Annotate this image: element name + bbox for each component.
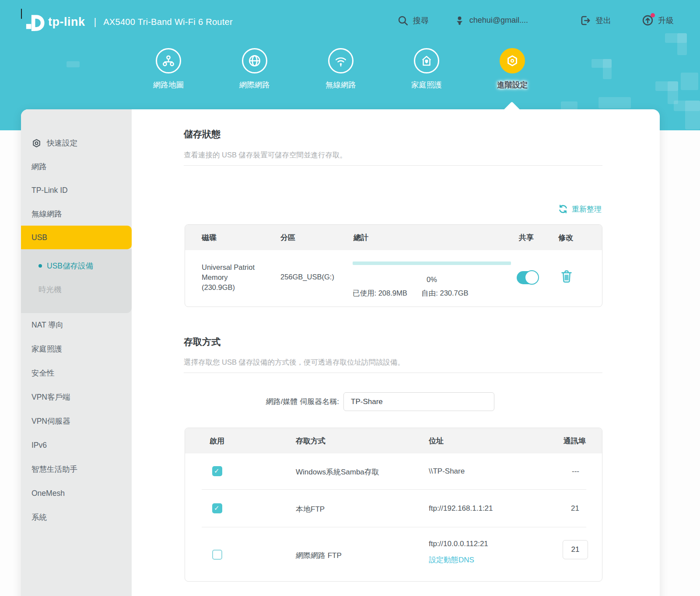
wifi-icon: [334, 54, 348, 68]
sidebar-item-label: 智慧生活助手: [32, 464, 77, 474]
sidebar-item-smart-life[interactable]: 智慧生活助手: [21, 457, 132, 481]
usage-detail: 已使用: 208.9MB 自由: 230.7GB: [353, 289, 536, 298]
notification-badge: [651, 13, 655, 17]
account-button[interactable]: chehui@gmail....: [454, 15, 528, 26]
toggle-knob: [525, 270, 539, 285]
upgrade-label: 升級: [658, 15, 674, 26]
sidebar-item-network[interactable]: 網路: [21, 155, 132, 178]
col-disk: 磁碟: [202, 225, 217, 250]
search-button[interactable]: 搜尋: [397, 15, 429, 26]
divider: [184, 165, 602, 166]
trash-icon: [560, 269, 573, 283]
nav-wireless[interactable]: 無線網路: [306, 48, 376, 90]
nav-label: 無線網路: [306, 80, 376, 90]
disk-name: Universal Patriot Memory (230.9GB): [202, 262, 261, 293]
refresh-button[interactable]: 重新整理: [558, 204, 602, 214]
title-separator: |: [94, 16, 97, 28]
sidebar-item-vpn-server[interactable]: VPN伺服器: [21, 409, 132, 433]
col-modify: 修改: [558, 225, 573, 250]
content-card: 快速設定 網路 TP-Link ID 無線網路 USB USB儲存設備 時光機 …: [21, 109, 660, 596]
network-map-icon: [162, 54, 175, 67]
usb-submenu: USB儲存設備 時光機: [21, 249, 132, 313]
method-name: Windows系統Samba存取: [296, 467, 379, 477]
sidebar-item-system[interactable]: 系統: [21, 505, 132, 529]
sidebar-item-label: 網路: [32, 161, 47, 172]
col-share: 共享: [519, 225, 534, 250]
gear-icon: [506, 54, 519, 67]
dynamic-dns-link[interactable]: 設定動態DNS: [429, 555, 474, 565]
col-partition: 分區: [280, 225, 295, 250]
port-value: 21: [571, 504, 579, 513]
delete-button[interactable]: [560, 269, 574, 284]
nav-advanced[interactable]: 進階設定: [477, 48, 547, 90]
sidebar-item-label: 家庭照護: [32, 344, 62, 354]
logout-icon: [580, 15, 591, 26]
sidebar-item-security[interactable]: 安全性: [21, 361, 132, 385]
sidebar-item-wireless[interactable]: 無線網路: [21, 202, 132, 226]
nav-internet[interactable]: 網際網路: [220, 48, 290, 90]
submenu-item-time-machine[interactable]: 時光機: [21, 278, 132, 301]
method-name: 本地FTP: [296, 504, 325, 514]
col-address: 位址: [429, 428, 444, 453]
logout-label: 登出: [595, 15, 611, 26]
sidebar-item-onemesh[interactable]: OneMesh: [21, 481, 132, 505]
access-table-header: 啟用 存取方式 位址 通訊埠: [185, 428, 602, 453]
internet-ftp-checkbox[interactable]: [212, 550, 222, 560]
sidebar-item-usb[interactable]: USB: [21, 226, 132, 249]
sidebar-item-nat[interactable]: NAT 導向: [21, 313, 132, 337]
submenu-item-usb-storage[interactable]: USB儲存設備: [21, 254, 132, 278]
account-email: chehui@gmail....: [469, 16, 528, 25]
internet-ftp-port-input[interactable]: [563, 540, 588, 559]
sidebar-item-label: NAT 導向: [32, 320, 63, 330]
access-table: 啟用 存取方式 位址 通訊埠 Windows系統Samba存取 \\TP-Sha…: [185, 428, 602, 582]
sidebar: 快速設定 網路 TP-Link ID 無線網路 USB USB儲存設備 時光機 …: [21, 109, 132, 596]
divider: [184, 373, 602, 373]
local-ftp-checkbox[interactable]: [212, 503, 222, 513]
access-row-samba: Windows系統Samba存取 \\TP-Share ---: [185, 453, 603, 489]
access-row-internet-ftp: 網際網路 FTP ftp://10.0.0.112:21 設定動態DNS: [185, 527, 603, 582]
method-name: 網際網路 FTP: [296, 551, 342, 561]
col-total: 總計: [354, 225, 368, 250]
samba-checkbox[interactable]: [212, 466, 222, 476]
internet-icon: [248, 54, 262, 68]
sidebar-item-parental[interactable]: 家庭照護: [21, 337, 132, 361]
free-label: 自由: 230.7GB: [421, 289, 468, 297]
active-bullet: [38, 264, 42, 268]
sidebar-item-label: VPN客戶端: [32, 392, 70, 402]
main-navigation: 網路地圖 網際網路 無線網路: [0, 47, 700, 95]
home-shield-icon: [420, 54, 433, 67]
upgrade-button[interactable]: 升級: [642, 14, 674, 26]
storage-table-header: 磁碟 分區 總計 共享 修改: [185, 225, 602, 250]
sidebar-item-ipv6[interactable]: IPv6: [21, 433, 132, 457]
search-label: 搜尋: [413, 15, 429, 26]
submenu-item-label: USB儲存設備: [47, 261, 93, 271]
sidebar-item-label: 快速設定: [47, 138, 77, 148]
nav-label: 進階設定: [477, 80, 547, 90]
deco-shape: [598, 97, 631, 108]
address-value: \\TP-Share: [429, 467, 465, 476]
sidebar-item-vpn-client[interactable]: VPN客戶端: [21, 385, 132, 409]
search-icon: [397, 15, 409, 26]
sidebar-item-label: TP-Link ID: [32, 186, 68, 195]
share-toggle[interactable]: [517, 271, 539, 284]
logout-button[interactable]: 登出: [580, 15, 611, 26]
access-method-description: 選擇存取您 USB 儲存設備的方式後，便可透過存取位址訪問該設備。: [184, 358, 405, 367]
server-name-input[interactable]: [343, 392, 494, 411]
address-value: ftp://192.168.1.1:21: [429, 504, 493, 513]
nav-homecare[interactable]: 家庭照護: [392, 48, 462, 90]
sidebar-item-tplink-id[interactable]: TP-Link ID: [21, 178, 132, 202]
sidebar-item-label: 無線網路: [32, 209, 62, 219]
access-method-title: 存取方式: [184, 336, 220, 348]
sidebar-item-label: USB: [32, 233, 47, 242]
sidebar-item-quick-setup[interactable]: 快速設定: [21, 131, 132, 155]
nav-label: 家庭照護: [392, 80, 462, 90]
nav-network-map[interactable]: 網路地圖: [133, 48, 203, 90]
tplink-logo-icon: [24, 11, 46, 32]
deco-shape: [685, 101, 700, 129]
submenu-item-label: 時光機: [38, 284, 62, 295]
brand-name: tp-link: [48, 15, 85, 29]
col-port: 通訊埠: [564, 428, 586, 453]
usage-percent: 0%: [353, 275, 511, 284]
brand-logo[interactable]: tp-link | AX5400 Tri-Band Wi-Fi 6 Router: [24, 11, 233, 32]
access-row-local-ftp: 本地FTP ftp://192.168.1.1:21 21: [185, 490, 603, 527]
